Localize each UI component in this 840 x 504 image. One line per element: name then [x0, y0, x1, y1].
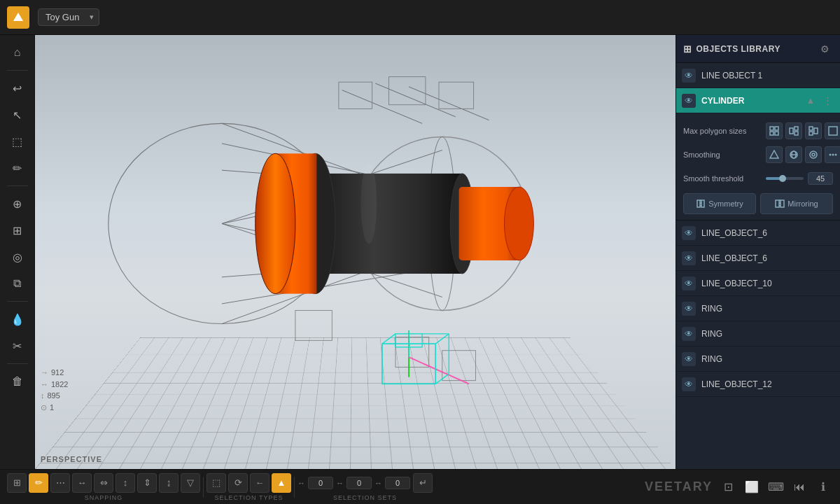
object-item-cylinder[interactable]: 👁 CYLINDER ▲ ⋮ [676, 88, 840, 113]
smooth-threshold-row: Smooth threshold 45 [683, 167, 833, 190]
visibility-icon[interactable]: 👁 [682, 327, 696, 341]
smooth-dots-btn[interactable] [825, 146, 840, 163]
svg-point-32 [360, 164, 377, 244]
snap-grid-btn[interactable]: ⊞ [7, 473, 27, 493]
visibility-icon[interactable]: 👁 [682, 226, 696, 240]
perspective-label: PERSPECTIVE [41, 455, 102, 463]
toolbar-audio-btn[interactable]: ◎ [6, 245, 29, 269]
rewind-btn[interactable]: ⏮ [790, 477, 809, 497]
toolbar-add-btn[interactable]: ⊕ [6, 192, 29, 216]
3d-model [67, 57, 644, 404]
snap-active-btn[interactable]: ✏ [29, 473, 48, 493]
toolbar-dropper-btn[interactable]: 💧 [6, 307, 29, 331]
svg-line-12 [342, 90, 421, 124]
svg-rect-64 [697, 200, 700, 207]
smooth-threshold-slider[interactable]: 45 [766, 172, 833, 185]
info-btn[interactable]: ℹ [813, 477, 833, 497]
svg-rect-67 [776, 200, 779, 207]
svg-point-61 [830, 154, 832, 156]
apply-btn[interactable]: ↵ [413, 473, 433, 493]
visibility-icon[interactable]: 👁 [682, 276, 696, 290]
smoothing-row: Smoothing [683, 143, 833, 167]
sel-loop-btn[interactable]: ⟳ [228, 473, 248, 493]
smooth-flat-btn[interactable] [766, 146, 783, 163]
svg-rect-21 [442, 351, 476, 381]
svg-rect-19 [295, 310, 332, 340]
object-item-line-object-12[interactable]: 👁 LINE_OBJECT_12 [676, 372, 840, 397]
snap-h2-btn[interactable]: ⇔ [94, 473, 113, 493]
collapse-btn[interactable]: ▲ [804, 94, 818, 108]
keyboard-btn[interactable]: ⌨ [766, 477, 785, 497]
left-toolbar: ⌂ ↩ ↖ ⬚ ✏ ⊕ ⊞ ◎ ⧉ 💧 ✂ 🗑 [0, 35, 35, 469]
smooth-torus-btn[interactable] [805, 146, 822, 163]
smoothing-label: Smoothing [683, 150, 760, 159]
toolbar-select-btn[interactable]: ↖ [6, 103, 29, 127]
frame-btn[interactable]: ⬜ [742, 477, 762, 497]
object-name: RING [701, 354, 834, 364]
toolbar-divider-2 [7, 186, 28, 186]
visibility-icon[interactable]: 👁 [682, 352, 696, 366]
visibility-icon[interactable]: 👁 [682, 377, 696, 391]
object-item-line-object-6a[interactable]: 👁 LINE_OBJECT_6 [676, 220, 840, 246]
toolbar-divider-3 [7, 301, 28, 302]
snap-h3-btn[interactable]: ↕ [115, 473, 135, 493]
smooth-sphere-btn[interactable] [785, 146, 802, 163]
app-logo[interactable] [7, 6, 29, 29]
btm-separator-1 [203, 477, 204, 498]
toolbar-boolean-btn[interactable]: ⊞ [6, 218, 29, 242]
smooth-threshold-value[interactable]: 45 [808, 172, 833, 185]
smooth-threshold-label: Smooth threshold [683, 174, 760, 183]
smoothing-icons [766, 146, 840, 163]
polygon-size-3-btn[interactable] [805, 122, 822, 139]
snap-dots-btn[interactable]: ⋯ [50, 473, 70, 493]
polygon-size-4-btn[interactable] [825, 122, 840, 139]
slider-track[interactable] [766, 177, 804, 180]
y-input[interactable] [346, 477, 372, 489]
visibility-icon[interactable]: 👁 [682, 251, 696, 265]
object-item-line-object-6b[interactable]: 👁 LINE_OBJECT_6 [676, 246, 840, 271]
toolbar-group-btn[interactable]: ⧉ [6, 272, 29, 295]
sel-right-btn[interactable]: ▲ [272, 473, 291, 493]
polygon-size-1-btn[interactable] [766, 122, 783, 139]
viewport[interactable]: → 912 ↔ 1822 ↕ 895 ⊙ 1 PERSPECTIVE [35, 35, 676, 469]
object-item-line-object-10[interactable]: 👁 LINE_OBJECT_10 [676, 271, 840, 296]
toolbar-pen-btn[interactable]: ✏ [6, 156, 29, 180]
settings-icon-btn[interactable]: ⚙ [816, 41, 833, 57]
object-item-ring-2[interactable]: 👁 RING [676, 321, 840, 346]
svg-rect-52 [814, 128, 818, 134]
sel-left-btn[interactable]: ← [250, 473, 270, 493]
fit-screen-btn[interactable]: ⊡ [718, 477, 738, 497]
visibility-icon[interactable]: 👁 [682, 302, 696, 316]
slider-thumb[interactable] [779, 175, 786, 182]
object-item-ring-1[interactable]: 👁 RING [676, 296, 840, 321]
snap-tri-btn[interactable]: ▽ [181, 473, 200, 493]
snap-v2-btn[interactable]: ↨ [159, 473, 178, 493]
visibility-icon[interactable]: 👁 [682, 69, 696, 83]
toolbar-divider-1 [7, 70, 28, 71]
object-name: LINE_OBJECT_10 [701, 279, 834, 288]
svg-point-60 [812, 153, 815, 156]
svg-line-39 [382, 334, 396, 344]
project-name[interactable]: Toy Gun [38, 8, 99, 26]
z-input[interactable] [385, 477, 410, 489]
svg-rect-46 [770, 132, 774, 135]
visibility-icon[interactable]: 👁 [682, 94, 696, 108]
toolbar-knife-btn[interactable]: ✂ [6, 334, 29, 358]
symmetry-btn[interactable]: Symmetry [683, 193, 756, 214]
toolbar-home-btn[interactable]: ⌂ [6, 41, 29, 64]
snap-h1-btn[interactable]: ↔ [72, 473, 92, 493]
sel-box-btn[interactable]: ⬚ [206, 473, 226, 493]
object-name: CYLINDER [701, 96, 798, 106]
polygon-size-2-btn[interactable] [785, 122, 802, 139]
toolbar-undo-btn[interactable]: ↩ [6, 76, 29, 100]
more-btn[interactable]: ⋮ [820, 94, 834, 108]
object-item-ring-3[interactable]: 👁 RING [676, 346, 840, 372]
snap-v1-btn[interactable]: ⇕ [137, 473, 157, 493]
project-selector-wrap: Toy Gun [38, 8, 99, 26]
toolbar-trash-btn[interactable]: 🗑 [6, 370, 29, 393]
svg-point-59 [810, 151, 817, 158]
x-input[interactable] [308, 477, 333, 489]
mirroring-btn[interactable]: Mirroring [760, 193, 833, 214]
toolbar-selection-box-btn[interactable]: ⬚ [6, 130, 29, 153]
object-item-line-object-1[interactable]: 👁 LINE OBJECT 1 [676, 63, 840, 88]
